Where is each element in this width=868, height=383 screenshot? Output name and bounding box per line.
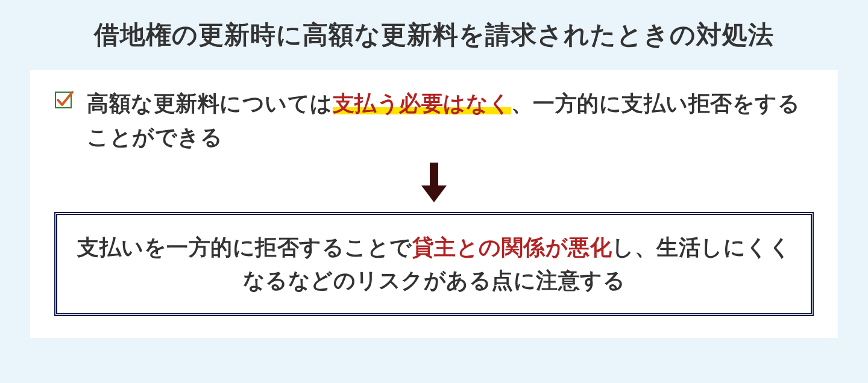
warning-text: 支払いを一方的に拒否することで貸主との関係が悪化し、生活しにくくなるなどのリスク…	[69, 231, 799, 298]
point-text: 高額な更新料については支払う必要はなく、一方的に支払い拒否をすることができる	[87, 87, 814, 154]
point-part1: 高額な更新料については	[87, 91, 333, 116]
point-row: 高額な更新料については支払う必要はなく、一方的に支払い拒否をすることができる	[54, 87, 814, 154]
warning-box: 支払いを一方的に拒否することで貸主との関係が悪化し、生活しにくくなるなどのリスク…	[54, 212, 814, 317]
svg-rect-1	[430, 163, 438, 187]
svg-marker-2	[421, 185, 447, 202]
arrow-down-icon	[420, 161, 448, 204]
page-title: 借地権の更新時に高額な更新料を請求されたときの対処法	[30, 18, 838, 52]
warning-red1: 貸主との関係が悪化	[412, 235, 612, 260]
point-highlight: 支払う必要はなく	[333, 91, 511, 116]
content-box: 高額な更新料については支払う必要はなく、一方的に支払い拒否をすることができる 支…	[30, 70, 838, 338]
check-icon	[54, 90, 74, 110]
arrow-wrap	[54, 161, 814, 204]
warning-part1: 支払いを一方的に拒否することで	[77, 235, 412, 260]
